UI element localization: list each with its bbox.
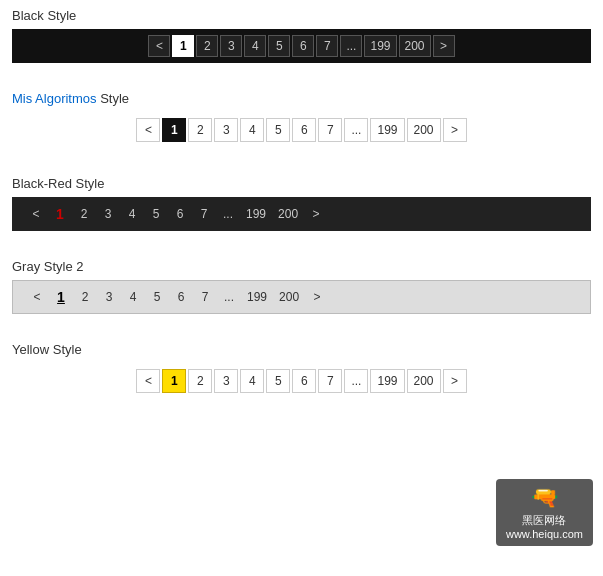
pager-page-200[interactable]: 200: [275, 287, 303, 307]
mis-algoritmos-title: Mis Algoritmos Style: [12, 91, 591, 106]
pager-prev[interactable]: <: [136, 118, 160, 142]
pager-page-199[interactable]: 199: [370, 369, 404, 393]
pager-ellipsis: ...: [218, 204, 238, 224]
yellow-style-label: Yellow Style: [12, 342, 82, 357]
pager-page-4[interactable]: 4: [122, 204, 142, 224]
pager-page-1[interactable]: 1: [162, 118, 186, 142]
pager-ellipsis: ...: [344, 369, 368, 393]
pager-page-7[interactable]: 7: [316, 35, 338, 57]
gray-style-title: Gray Style 2: [12, 259, 591, 274]
pager-page-6[interactable]: 6: [292, 118, 316, 142]
pager-page-2[interactable]: 2: [196, 35, 218, 57]
pager-next[interactable]: >: [306, 204, 326, 224]
pager-page-3[interactable]: 3: [99, 287, 119, 307]
pager-page-1[interactable]: 1: [50, 204, 70, 224]
mis-algoritmos-link[interactable]: Mis Algoritmos: [12, 91, 97, 106]
pager-page-6[interactable]: 6: [171, 287, 191, 307]
mis-algoritmos-suffix: Style: [97, 91, 130, 106]
black-red-title: Black-Red Style: [12, 176, 591, 191]
pager-page-5[interactable]: 5: [266, 369, 290, 393]
pager-page-5[interactable]: 5: [268, 35, 290, 57]
yellow-style-title: Yellow Style: [12, 342, 591, 357]
yellow-style-pager: < 1 2 3 4 5 6 7 ... 199 200 >: [12, 363, 591, 399]
gray-style-pager: < 1 2 3 4 5 6 7 ... 199 200 >: [12, 280, 591, 314]
pager-page-200[interactable]: 200: [399, 35, 431, 57]
pager-page-3[interactable]: 3: [214, 369, 238, 393]
pager-page-6[interactable]: 6: [292, 369, 316, 393]
pager-prev[interactable]: <: [27, 287, 47, 307]
pager-page-2[interactable]: 2: [74, 204, 94, 224]
pager-ellipsis: ...: [340, 35, 362, 57]
pager-page-3[interactable]: 3: [214, 118, 238, 142]
gray-style-label: Gray Style 2: [12, 259, 84, 274]
pager-page-199[interactable]: 199: [243, 287, 271, 307]
pager-page-7[interactable]: 7: [194, 204, 214, 224]
pager-page-1[interactable]: 1: [51, 287, 71, 307]
pager-prev[interactable]: <: [136, 369, 160, 393]
pager-page-3[interactable]: 3: [220, 35, 242, 57]
yellow-style-section: Yellow Style < 1 2 3 4 5 6 7 ... 199 200…: [12, 342, 591, 399]
black-style-title: Black Style: [12, 8, 591, 23]
black-red-section: Black-Red Style < 1 2 3 4 5 6 7 ... 199 …: [12, 176, 591, 231]
pager-next[interactable]: >: [443, 118, 467, 142]
pager-page-4[interactable]: 4: [244, 35, 266, 57]
pager-page-4[interactable]: 4: [123, 287, 143, 307]
pager-page-200[interactable]: 200: [274, 204, 302, 224]
pager-page-6[interactable]: 6: [170, 204, 190, 224]
pager-page-200[interactable]: 200: [407, 118, 441, 142]
pager-page-199[interactable]: 199: [242, 204, 270, 224]
pager-prev[interactable]: <: [26, 204, 46, 224]
black-red-label: Black-Red Style: [12, 176, 104, 191]
pager-page-4[interactable]: 4: [240, 369, 264, 393]
pager-page-199[interactable]: 199: [370, 118, 404, 142]
pager-page-1[interactable]: 1: [172, 35, 194, 57]
mis-algoritmos-section: Mis Algoritmos Style < 1 2 3 4 5 6 7 ...…: [12, 91, 591, 148]
mis-style-pager: < 1 2 3 4 5 6 7 ... 199 200 >: [12, 112, 591, 148]
pager-next[interactable]: >: [443, 369, 467, 393]
gray-style-section: Gray Style 2 < 1 2 3 4 5 6 7 ... 199 200…: [12, 259, 591, 314]
pager-ellipsis: ...: [219, 287, 239, 307]
black-style-label: Black Style: [12, 8, 76, 23]
black-style-section: Black Style < 1 2 3 4 5 6 7 ... 199 200 …: [12, 8, 591, 63]
pager-page-7[interactable]: 7: [318, 118, 342, 142]
pager-page-5[interactable]: 5: [146, 204, 166, 224]
pager-page-200[interactable]: 200: [407, 369, 441, 393]
pager-page-2[interactable]: 2: [188, 369, 212, 393]
pager-page-5[interactable]: 5: [147, 287, 167, 307]
pager-page-5[interactable]: 5: [266, 118, 290, 142]
black-style-pager: < 1 2 3 4 5 6 7 ... 199 200 >: [12, 29, 591, 63]
pager-page-1[interactable]: 1: [162, 369, 186, 393]
pager-page-199[interactable]: 199: [364, 35, 396, 57]
pager-page-2[interactable]: 2: [188, 118, 212, 142]
pager-page-7[interactable]: 7: [195, 287, 215, 307]
pager-page-6[interactable]: 6: [292, 35, 314, 57]
pager-page-3[interactable]: 3: [98, 204, 118, 224]
pager-page-2[interactable]: 2: [75, 287, 95, 307]
pager-next[interactable]: >: [307, 287, 327, 307]
pager-page-4[interactable]: 4: [240, 118, 264, 142]
black-red-pager: < 1 2 3 4 5 6 7 ... 199 200 >: [12, 197, 591, 231]
pager-next[interactable]: >: [433, 35, 455, 57]
pager-page-7[interactable]: 7: [318, 369, 342, 393]
pager-prev[interactable]: <: [148, 35, 170, 57]
pager-ellipsis: ...: [344, 118, 368, 142]
